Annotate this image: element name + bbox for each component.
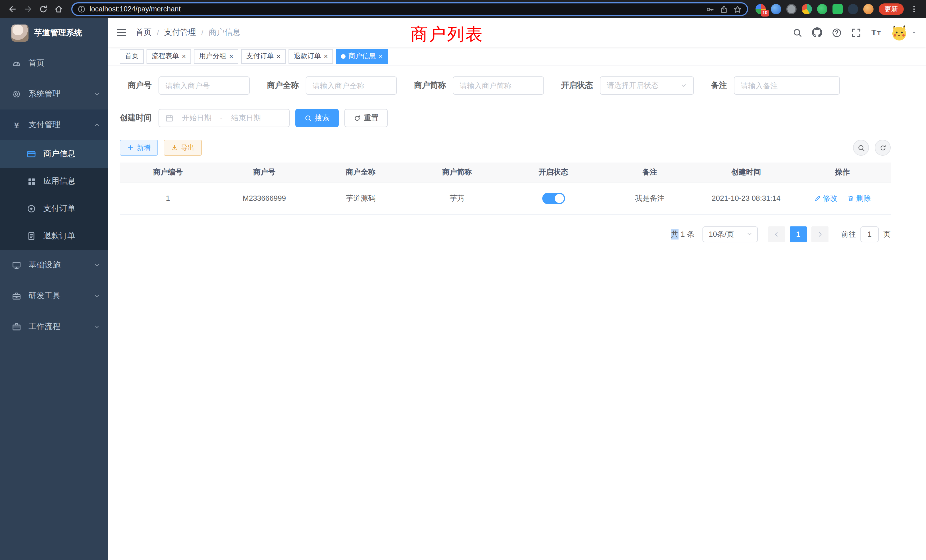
- search-icon[interactable]: [793, 28, 802, 37]
- date-separator: -: [220, 114, 222, 122]
- extension-icon[interactable]: [817, 4, 828, 14]
- sidebar-item-payment[interactable]: ¥ 支付管理: [0, 109, 108, 140]
- toolbox-icon: [11, 291, 22, 301]
- share-icon[interactable]: [720, 5, 728, 14]
- url-bar[interactable]: localhost:1024/pay/merchant: [71, 2, 748, 16]
- home-icon[interactable]: [51, 2, 66, 17]
- table-toolbar: 新增 导出: [120, 140, 891, 156]
- breadcrumb-item[interactable]: 首页: [136, 27, 152, 38]
- export-button[interactable]: 导出: [163, 140, 202, 156]
- close-icon[interactable]: ×: [378, 53, 383, 60]
- app-title: 芋道管理系统: [34, 28, 82, 38]
- extension-icon[interactable]: [802, 4, 812, 14]
- remark-label: 备注: [711, 80, 727, 91]
- help-icon[interactable]: [832, 28, 841, 37]
- browser-menu-icon[interactable]: [909, 2, 919, 17]
- status-toggle[interactable]: [542, 192, 565, 204]
- bookmark-star-icon[interactable]: [733, 5, 742, 14]
- tab-refund-orders[interactable]: 退款订单 ×: [289, 49, 333, 64]
- col-create-time: 创建时间: [698, 162, 794, 182]
- refresh-icon[interactable]: [35, 2, 51, 17]
- tab-home[interactable]: 首页: [120, 49, 144, 64]
- sidebar-item-workflow[interactable]: 工作流程: [0, 311, 108, 342]
- chevron-down-icon: [94, 91, 100, 97]
- extension-icon[interactable]: [848, 4, 858, 14]
- search-form-row-1: 商户号 商户全称 商户简称: [120, 76, 891, 95]
- reset-button[interactable]: 重置: [344, 109, 388, 127]
- back-icon[interactable]: [5, 2, 20, 17]
- status-select[interactable]: 请选择开启状态: [600, 76, 694, 95]
- collapse-menu-icon[interactable]: [117, 27, 127, 38]
- user-avatar: [891, 24, 908, 41]
- merchant-no-input[interactable]: [159, 76, 250, 95]
- col-status: 开启状态: [505, 162, 602, 182]
- extensions-area: 10 更新: [753, 2, 921, 17]
- tab-merchant-info[interactable]: 商户信息 ×: [336, 49, 388, 64]
- sidebar-item-refund-orders[interactable]: 退款订单: [0, 222, 108, 250]
- full-name-input[interactable]: [306, 76, 397, 95]
- add-button[interactable]: 新增: [120, 140, 158, 156]
- sidebar-item-infrastructure[interactable]: 基础设施: [0, 250, 108, 281]
- breadcrumb-item[interactable]: 支付管理: [164, 27, 196, 38]
- extension-icon[interactable]: 10: [755, 4, 766, 14]
- goto-page-input[interactable]: [861, 226, 879, 242]
- document-icon: [26, 232, 36, 241]
- sidebar-item-app-info[interactable]: 应用信息: [0, 168, 108, 195]
- fullscreen-icon[interactable]: [851, 28, 861, 37]
- cell-status: [505, 182, 602, 215]
- font-size-icon[interactable]: TT: [871, 27, 881, 38]
- app-logo[interactable]: 芋道管理系统: [0, 18, 108, 48]
- grid-icon: [26, 177, 36, 186]
- close-icon[interactable]: ×: [229, 53, 233, 60]
- extension-icon[interactable]: [786, 4, 797, 14]
- col-actions: 操作: [794, 162, 891, 182]
- page-size-select[interactable]: 10条/页: [702, 226, 758, 242]
- yen-icon: ¥: [11, 121, 22, 129]
- tab-pay-orders[interactable]: 支付订单 ×: [241, 49, 286, 64]
- sidebar-item-home[interactable]: 首页: [0, 48, 108, 79]
- edit-link[interactable]: 修改: [814, 193, 837, 203]
- delete-link[interactable]: 删除: [847, 193, 871, 203]
- prev-page-button[interactable]: [768, 226, 785, 242]
- next-page-button[interactable]: [811, 226, 829, 242]
- chevron-down-icon: [94, 292, 100, 300]
- site-info-icon[interactable]: [77, 5, 86, 13]
- page-number-button[interactable]: 1: [790, 226, 807, 242]
- main-area: 商户列表 首页 / 支付管理 / 商户信息: [108, 18, 926, 560]
- sidebar-item-pay-orders[interactable]: 支付订单: [0, 195, 108, 222]
- create-time-label: 创建时间: [120, 113, 152, 123]
- sidebar-item-label: 工作流程: [29, 322, 61, 332]
- col-merchant-no: 商户号: [216, 162, 312, 182]
- close-icon[interactable]: ×: [324, 53, 328, 60]
- tab-process-form[interactable]: 流程表单 ×: [147, 49, 191, 64]
- sidebar-item-dev-tools[interactable]: 研发工具: [0, 281, 108, 311]
- chevron-down-icon: [94, 262, 100, 269]
- password-key-icon[interactable]: [706, 5, 714, 14]
- create-time-range-picker[interactable]: 开始日期 - 结束日期: [159, 109, 290, 127]
- breadcrumb-item-current: 商户信息: [209, 27, 241, 38]
- user-avatar-menu[interactable]: [891, 24, 917, 41]
- github-icon[interactable]: [812, 27, 822, 38]
- browser-toolbar: localhost:1024/pay/merchant 10: [0, 0, 926, 18]
- close-icon[interactable]: ×: [182, 53, 186, 60]
- extension-icon[interactable]: [832, 4, 843, 14]
- browser-update-button[interactable]: 更新: [879, 3, 904, 15]
- svg-text:T: T: [877, 30, 881, 36]
- extension-icon[interactable]: [771, 4, 781, 14]
- breadcrumb-separator: /: [157, 28, 159, 37]
- browser-profile-avatar[interactable]: [863, 4, 873, 14]
- sidebar-item-merchant-info[interactable]: 商户信息: [0, 140, 108, 168]
- close-icon[interactable]: ×: [277, 53, 280, 60]
- cell-short-name: 芋艿: [409, 182, 505, 215]
- remark-input[interactable]: [734, 76, 840, 95]
- sidebar-item-system[interactable]: 系统管理: [0, 79, 108, 109]
- toggle-search-icon-button[interactable]: [853, 140, 869, 156]
- gear-icon: [11, 89, 22, 98]
- short-name-input[interactable]: [453, 76, 544, 95]
- forward-icon[interactable]: [20, 2, 35, 17]
- refresh-table-icon-button[interactable]: [875, 140, 891, 156]
- search-button[interactable]: 搜索: [295, 109, 339, 127]
- annotation-text: 商户列表: [410, 23, 484, 46]
- tab-user-group[interactable]: 用户分组 ×: [194, 49, 238, 64]
- sidebar-item-label: 支付订单: [43, 204, 75, 214]
